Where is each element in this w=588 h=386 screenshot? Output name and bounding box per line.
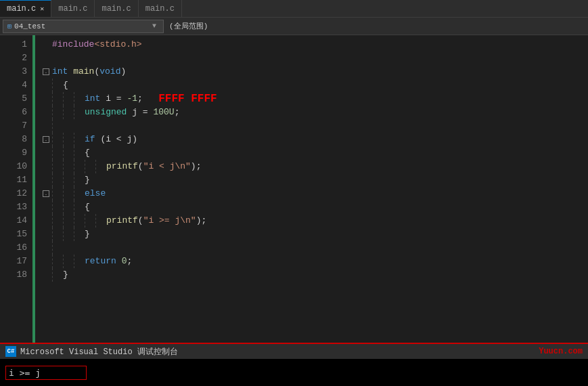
console-title-left: C# Microsoft Visual Studio 调试控制台 xyxy=(5,346,178,358)
tab-main-c-active[interactable]: main.c ✕ xyxy=(0,0,51,17)
guide-11a xyxy=(52,173,63,187)
guide-14a xyxy=(52,214,63,228)
guide-15c xyxy=(74,228,85,241)
collapse-icon-8[interactable]: - xyxy=(43,136,49,143)
guide-10d xyxy=(85,160,95,173)
guide-14b xyxy=(63,214,74,228)
guide-10c xyxy=(74,160,85,173)
tab-main-c-2[interactable]: main.c xyxy=(51,0,95,17)
collapse-col-12[interactable]: - xyxy=(41,190,52,197)
guide-5c xyxy=(74,92,85,106)
console-body: i >= j xyxy=(0,359,588,386)
code-semicolon-5: ; xyxy=(137,92,143,106)
guide-9b xyxy=(63,146,74,160)
code-line-12: - else xyxy=(41,187,588,200)
guide-11b xyxy=(63,173,74,187)
collapse-col-15 xyxy=(41,228,52,241)
tab-main-c-3[interactable]: main.c xyxy=(95,0,138,17)
line-num-6: 6 xyxy=(0,106,27,119)
code-brace-main-close: } xyxy=(63,268,68,282)
guide-7a xyxy=(52,119,63,133)
code-line-18: } xyxy=(41,268,588,282)
line-num-11: 11 xyxy=(0,173,27,187)
code-semicolon-6: ; xyxy=(175,106,180,119)
scope-selector[interactable]: ⊞ 04_test ▼ xyxy=(3,20,164,33)
guide-12a xyxy=(52,187,63,200)
collapse-icon-12[interactable]: - xyxy=(43,190,49,197)
line-num-1: 1 xyxy=(0,38,27,51)
close-icon[interactable]: ✕ xyxy=(40,5,44,13)
line-num-10: 10 xyxy=(0,160,27,173)
project-icon: ⊞ xyxy=(7,22,12,30)
line-num-8: 8 xyxy=(0,133,27,146)
guide-13c xyxy=(74,200,85,214)
code-line-14: printf("i >= j\n"); xyxy=(41,214,588,228)
console-brand: Yuucn.com xyxy=(539,347,583,356)
code-brace-if-close: } xyxy=(85,173,90,187)
guide-13a xyxy=(52,200,63,214)
line-num-4: 4 xyxy=(0,79,27,92)
code-line-1: #include<stdio.h> xyxy=(41,38,588,51)
guide-10e xyxy=(95,160,106,173)
code-else-keyword: else xyxy=(85,187,106,200)
collapse-icon-3[interactable]: - xyxy=(43,68,49,75)
code-int-i: int xyxy=(85,92,100,106)
collapse-col-8[interactable]: - xyxy=(41,136,52,143)
line-num-7: 7 xyxy=(0,119,27,133)
code-brace-else-open: { xyxy=(85,200,90,214)
collapse-col-17 xyxy=(41,255,52,268)
code-line-8: - if (i < j) xyxy=(41,133,588,146)
code-area[interactable]: #include<stdio.h> - int main(void) { int… xyxy=(36,35,588,343)
guide-10a xyxy=(52,160,63,173)
guide-17a xyxy=(52,255,63,268)
guide-18a xyxy=(52,268,63,282)
collapse-col-7 xyxy=(41,119,52,133)
collapse-col-14 xyxy=(41,214,52,228)
code-printf-1: printf xyxy=(106,160,138,173)
code-include-file: <stdio.h> xyxy=(94,38,141,51)
guide-10b xyxy=(63,160,74,173)
guide-12c xyxy=(74,187,85,200)
collapse-col-18 xyxy=(41,268,52,282)
code-neg-one: -1 xyxy=(127,92,137,106)
code-close-paren: ) xyxy=(120,65,126,79)
console-area: C# Microsoft Visual Studio 调试控制台 Yuucn.c… xyxy=(0,343,588,386)
line-num-2: 2 xyxy=(0,51,27,65)
guide-9c xyxy=(74,146,85,160)
collapse-col-1 xyxy=(41,38,52,51)
code-line-17: return 0; xyxy=(41,255,588,268)
code-printf-close-1: ); xyxy=(191,160,202,173)
collapse-col-10 xyxy=(41,160,52,173)
line-num-18: 18 xyxy=(0,268,27,282)
code-line-9: { xyxy=(41,146,588,160)
code-ffff-annotation: FFFF FFFF xyxy=(158,92,217,106)
vs-icon: C# xyxy=(5,346,16,357)
tab-main-c-4[interactable]: main.c xyxy=(139,0,182,17)
guide-8b xyxy=(63,133,74,146)
code-line-13: { xyxy=(41,200,588,214)
code-line-2 xyxy=(41,51,588,65)
guide-9a xyxy=(52,146,63,160)
line-num-16: 16 xyxy=(0,241,27,255)
code-zero: 0 xyxy=(122,255,127,268)
code-line-10: printf("i < j\n"); xyxy=(41,160,588,173)
code-include-keyword: #include xyxy=(52,38,94,51)
code-line-3: - int main(void) xyxy=(41,65,588,79)
code-brace-if-open: { xyxy=(85,146,90,160)
tab-label-4: main.c xyxy=(145,4,175,14)
code-printf-paren-1: ( xyxy=(138,160,143,173)
code-line-16 xyxy=(41,241,588,255)
guide-5a xyxy=(52,92,63,106)
collapse-col-3[interactable]: - xyxy=(41,68,52,75)
code-printf-paren-2: ( xyxy=(138,214,143,228)
guide-13b xyxy=(63,200,74,214)
code-if-keyword: if xyxy=(85,133,95,146)
line-num-9: 9 xyxy=(0,146,27,160)
dropdown-arrow-icon: ▼ xyxy=(152,22,156,30)
code-return-space xyxy=(116,255,122,268)
guide-4 xyxy=(52,79,63,92)
collapse-col-6 xyxy=(41,106,52,119)
code-string-1: "i < j\n" xyxy=(143,160,191,173)
code-brace-else-close: } xyxy=(85,228,90,241)
editor-container: 1 2 3 4 5 6 7 8 9 10 11 12 13 14 15 16 1… xyxy=(0,35,588,343)
